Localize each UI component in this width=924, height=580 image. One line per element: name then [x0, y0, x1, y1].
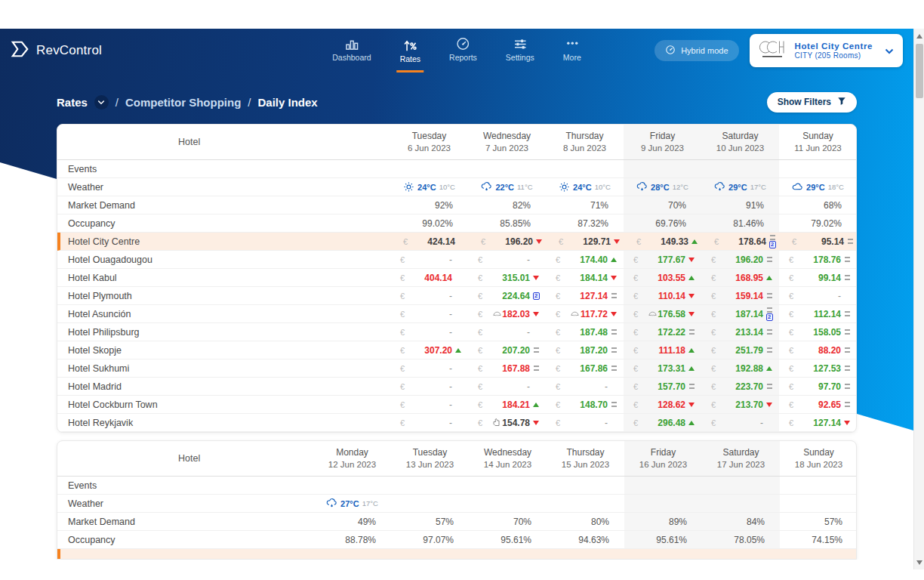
rate-value: 187.48: [580, 327, 608, 338]
hybrid-mode-label: Hybrid mode: [681, 46, 728, 55]
occupancy-value: 88.78%: [313, 531, 391, 548]
hotel-row[interactable]: Hotel Philipsburg€-€-€187.48€172.22€213.…: [57, 323, 856, 341]
currency-symbol: €: [400, 292, 405, 301]
occupancy-label: Occupancy: [57, 531, 313, 548]
rate-cell: €92.65: [779, 396, 857, 413]
vertical-scrollbar[interactable]: [913, 29, 924, 569]
currency-symbol: €: [789, 328, 793, 337]
hybrid-mode-button[interactable]: Hybrid mode: [654, 40, 738, 61]
weather-cell-empty: [780, 495, 857, 512]
rate-cell: €159.14: [701, 287, 779, 304]
rate-cell-empty: €-: [468, 323, 546, 341]
currency-symbol: €: [400, 273, 405, 282]
scrollbar-thumb[interactable]: [916, 44, 923, 98]
hotel-row[interactable]: Hotel Ouagadougou€-€-€174.40€177.67€196.…: [57, 251, 856, 269]
currency-symbol: €: [711, 346, 716, 355]
trend-down-icon: [611, 276, 617, 280]
market-demand-value: 91%: [701, 196, 779, 214]
rate-value: 117.72: [581, 309, 608, 319]
rate-value: 99.14: [818, 273, 841, 283]
cloud-icon: [792, 181, 803, 193]
hotel-row[interactable]: Hotel Plymouth€-€224.642€127.14€110.14€1…: [57, 287, 856, 305]
rate-cell: €110.14: [624, 287, 701, 304]
nav-item-settings[interactable]: Settings: [503, 29, 537, 72]
weather-cell: 24°C10°C: [546, 178, 624, 196]
hotel-row[interactable]: Hotel Skopje€307.20€207.20€187.20€111.18…: [57, 341, 856, 359]
rate-value: 157.70: [658, 381, 685, 392]
rate-cell-empty: €-: [468, 251, 546, 268]
day-header: Tuesday6 Jun 2023: [390, 125, 468, 159]
hotel-row[interactable]: Hotel Reykjavik€-€154.78€-€296.48€-€127.…: [57, 414, 856, 432]
rate-cell: €117.72: [546, 305, 624, 322]
trend-equal-icon: [845, 366, 850, 371]
topbar-right: Hybrid mode Hotel City Centre CITY (205 …: [654, 34, 903, 67]
breadcrumb-separator: /: [248, 96, 251, 109]
nav-item-dashboard[interactable]: Dashboard: [329, 29, 374, 72]
rate-cell: €127.53: [779, 359, 857, 377]
rate-cell: €129.71: [549, 233, 627, 250]
occupancy-value: 87.32%: [546, 214, 624, 232]
currency-symbol: €: [633, 328, 638, 337]
rate-cell: €213.14: [701, 323, 779, 341]
currency-symbol: €: [711, 255, 716, 264]
hotel-row[interactable]: Hotel Cockburn Town€-€184.21€148.70€128.…: [57, 396, 856, 414]
rate-value: 404.14: [424, 273, 452, 283]
breadcrumb-section[interactable]: Rates: [57, 96, 88, 109]
market-demand-row: Market Demand49%57%70%80%89%84%57%: [57, 513, 856, 531]
hotel-row[interactable]: Hotel Kabul€404.14€315.01€184.14€103.55€…: [57, 269, 856, 287]
scrollbar-up-arrow[interactable]: [914, 30, 924, 42]
scrollbar-down-arrow[interactable]: [914, 557, 924, 568]
trend-up-icon: [688, 348, 695, 353]
breadcrumb: Rates / Competitor Shopping / Daily Inde…: [57, 95, 318, 110]
breadcrumb-competitor-shopping[interactable]: Competitor Shopping: [125, 96, 241, 109]
events-row: Events: [57, 477, 856, 495]
selected-hotel-name: Hotel City Centre: [795, 41, 873, 51]
rate-cell: €223.70: [701, 378, 779, 395]
rate-tables-area: HotelTuesday6 Jun 2023Wednesday7 Jun 202…: [57, 124, 857, 560]
currency-symbol: €: [559, 237, 563, 246]
trend-equal-icon: [767, 293, 772, 298]
market-demand-value: 80%: [547, 513, 624, 530]
filter-funnel-icon: [837, 97, 846, 108]
day-header: Tuesday13 Jun 2023: [391, 441, 469, 476]
trend-equal-icon: [611, 402, 617, 407]
hotel-row[interactable]: Hotel Sukhumi€-€167.88€167.86€173.31€192…: [57, 359, 856, 378]
currency-symbol: €: [633, 382, 638, 391]
trend-equal-icon: [848, 239, 853, 244]
weather-row: Weather24°C10°C22°C11°C24°C10°C28°C12°C2…: [57, 178, 856, 196]
trend-equal-icon: [611, 329, 617, 335]
market-demand-value: 71%: [546, 196, 624, 214]
hotel-row[interactable]: Hotel City Centre€424.14€196.20€129.71€1…: [57, 233, 856, 251]
hotel-selector[interactable]: Hotel City Centre CITY (205 Rooms): [750, 34, 904, 67]
breadcrumb-chevron-down-icon[interactable]: [94, 95, 109, 110]
rate-cell: €178.76: [779, 251, 857, 268]
hotel-row-partial[interactable]: [57, 549, 856, 559]
rate-cell-empty: €-: [546, 378, 624, 395]
revcontrol-logo[interactable]: RevControl: [11, 39, 102, 63]
gauge-icon: [454, 37, 471, 51]
nav-item-rates[interactable]: Rates: [397, 29, 424, 72]
rate-cell: €158.05: [779, 323, 857, 341]
hotel-row[interactable]: Hotel Madrid€-€-€-€157.70€223.70€97.70: [57, 378, 856, 396]
rate-value: 315.01: [502, 273, 530, 283]
trend-equal-icon: [689, 384, 695, 389]
rate-cell: €196.20: [471, 233, 549, 250]
market-demand-label: Market Demand: [57, 513, 313, 530]
nav-item-reports[interactable]: Reports: [446, 29, 480, 72]
market-demand-value: 89%: [624, 513, 702, 530]
trend-equal-icon: [767, 347, 772, 353]
currency-symbol: €: [556, 382, 560, 391]
weather-row-label: Weather: [57, 178, 390, 196]
currency-symbol: €: [556, 310, 560, 319]
currency-symbol: €: [400, 418, 405, 427]
show-filters-button[interactable]: Show Filters: [767, 92, 857, 113]
currency-symbol: €: [400, 328, 405, 337]
rate-value: 296.48: [658, 418, 685, 428]
hotel-row[interactable]: Hotel Asunción€-€182.03€117.72€176.58€18…: [57, 305, 856, 323]
hotel-name: Hotel Kabul: [57, 269, 390, 286]
rate-value: 192.88: [735, 363, 763, 374]
nav-item-more[interactable]: More: [560, 29, 584, 72]
market-demand-value: 92%: [390, 196, 468, 214]
rate-cell: €167.86: [546, 359, 624, 377]
events-row: Events: [57, 160, 856, 178]
